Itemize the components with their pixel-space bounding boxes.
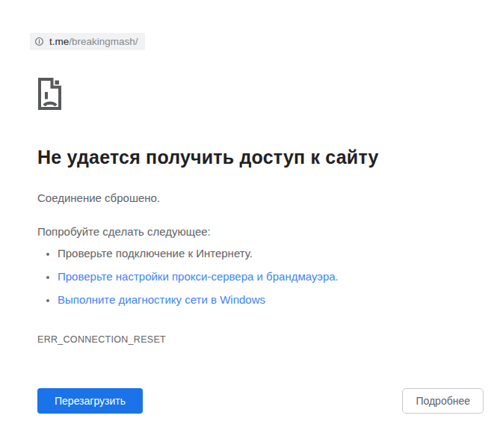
sad-page-icon <box>37 77 62 111</box>
url-path: /breakingmash/ <box>69 36 138 47</box>
error-description: Соединение сброшено. <box>37 191 160 204</box>
list-item: Выполните диагностику сети в Windows <box>58 293 339 307</box>
error-code: ERR_CONNECTION_RESET <box>37 334 166 345</box>
url-domain: t.me <box>49 36 69 47</box>
info-icon <box>34 37 44 46</box>
url-status-chip: t.me/breakingmash/ <box>30 33 145 50</box>
suggestions-heading: Попробуйте сделать следующее: <box>37 225 211 238</box>
actions-row: Перезагрузить Подробнее <box>37 388 484 414</box>
page-title: Не удается получить доступ к сайту <box>37 147 379 168</box>
details-button[interactable]: Подробнее <box>402 388 484 414</box>
list-item: Проверьте подключение к Интернету. <box>58 247 339 260</box>
network-diagnostics-link[interactable]: Выполните диагностику сети в Windows <box>58 293 265 306</box>
suggestion-text: Проверьте подключение к Интернету. <box>58 247 253 260</box>
error-page: t.me/breakingmash/ Не удается получить д… <box>0 0 503 448</box>
list-item: Проверьте настройки прокси-сервера и бра… <box>58 270 339 283</box>
suggestions-list: Проверьте подключение к Интернету. Прове… <box>37 247 339 316</box>
url-text: t.me/breakingmash/ <box>49 36 138 47</box>
proxy-settings-link[interactable]: Проверьте настройки прокси-сервера и бра… <box>58 270 339 283</box>
reload-button[interactable]: Перезагрузить <box>37 388 143 414</box>
